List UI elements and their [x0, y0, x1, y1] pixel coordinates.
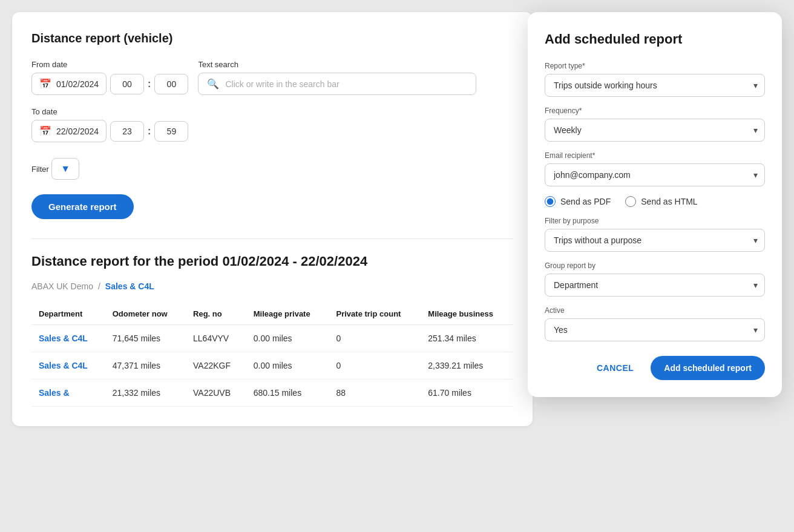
- table-header-row: Department Odometer now Reg. no Mileage …: [31, 303, 513, 325]
- to-date-label: To date: [31, 107, 188, 116]
- to-minute-input[interactable]: 59: [154, 121, 188, 142]
- table-row: Sales & C4L 71,645 miles LL64VYV 0.00 mi…: [31, 325, 513, 352]
- filter-purpose-label: Filter by purpose: [545, 217, 765, 225]
- email-select-wrap: john@company.com ▾: [545, 163, 765, 186]
- cell-mileage-private-1: 0.00 miles: [246, 352, 329, 379]
- add-scheduled-report-button[interactable]: Add scheduled report: [651, 356, 765, 380]
- group-by-label: Group report by: [545, 261, 765, 270]
- active-select[interactable]: Yes No: [545, 318, 765, 341]
- cell-reg-2: VA22UVB: [186, 379, 246, 407]
- cell-mileage-private-0: 0.00 miles: [246, 325, 329, 352]
- search-placeholder-text: Click or write in the search bar: [225, 79, 339, 89]
- modal-title: Add scheduled report: [545, 31, 765, 47]
- frequency-select-wrap: Daily Weekly Monthly ▾: [545, 119, 765, 142]
- page-title: Distance report (vehicle): [31, 31, 513, 45]
- calendar-icon: 📅: [39, 78, 51, 90]
- filter-label: Filter: [31, 165, 49, 174]
- frequency-select[interactable]: Daily Weekly Monthly: [545, 119, 765, 142]
- report-type-select-wrap: Trips outside working hours Distance rep…: [545, 74, 765, 97]
- filter-purpose-field: Filter by purpose Trips without a purpos…: [545, 217, 765, 252]
- cancel-button[interactable]: CANCEL: [587, 356, 643, 380]
- send-html-label[interactable]: Send as HTML: [625, 196, 697, 207]
- modal-footer: CANCEL Add scheduled report: [545, 356, 765, 380]
- col-reg: Reg. no: [186, 303, 246, 325]
- filter-icon: ▼: [61, 163, 70, 174]
- cell-department-2[interactable]: Sales &: [31, 379, 105, 407]
- col-mileage-private: Mileage private: [246, 303, 329, 325]
- cell-mileage-business-1: 2,339.21 miles: [421, 352, 513, 379]
- group-by-field: Group report by Department Driver Vehicl…: [545, 261, 765, 297]
- frequency-field: Frequency* Daily Weekly Monthly ▾: [545, 107, 765, 142]
- frequency-label: Frequency*: [545, 107, 765, 115]
- from-date-group: From date 📅 01/02/2024 00 : 00: [31, 60, 188, 95]
- cell-odometer-2: 21,332 miles: [105, 379, 186, 407]
- cell-odometer-1: 47,371 miles: [105, 352, 186, 379]
- cell-trip-count-2: 88: [329, 379, 421, 407]
- breadcrumb-link[interactable]: Sales & C4L: [105, 281, 154, 291]
- email-label: Email recipient*: [545, 151, 765, 160]
- calendar-icon-to: 📅: [39, 125, 51, 137]
- cell-reg-1: VA22KGF: [186, 352, 246, 379]
- send-html-text: Send as HTML: [641, 197, 697, 206]
- report-type-label: Report type*: [545, 62, 765, 70]
- to-date-value: 22/02/2024: [56, 126, 99, 136]
- generate-report-button[interactable]: Generate report: [31, 194, 134, 219]
- table-row: Sales & C4L 47,371 miles VA22KGF 0.00 mi…: [31, 352, 513, 379]
- report-type-field: Report type* Trips outside working hours…: [545, 62, 765, 97]
- cell-reg-0: LL64VYV: [186, 325, 246, 352]
- report-period-title: Distance report for the period 01/02/202…: [31, 254, 513, 269]
- section-divider: [31, 238, 513, 239]
- to-hour-input[interactable]: 23: [110, 121, 144, 142]
- report-table: Department Odometer now Reg. no Mileage …: [31, 303, 513, 407]
- from-minute-input[interactable]: 00: [154, 74, 188, 94]
- filter-button[interactable]: ▼: [51, 158, 79, 180]
- col-odometer: Odometer now: [105, 303, 186, 325]
- send-pdf-radio[interactable]: [545, 196, 556, 207]
- col-trip-count: Private trip count: [329, 303, 421, 325]
- from-date-value: 01/02/2024: [56, 79, 99, 89]
- from-date-label: From date: [31, 60, 188, 69]
- text-search-label: Text search: [198, 60, 513, 69]
- to-date-group: To date 📅 22/02/2024 23 : 59: [31, 107, 188, 142]
- search-icon: 🔍: [207, 78, 219, 90]
- filter-purpose-select-wrap: Trips without a purpose All trips Busine…: [545, 229, 765, 252]
- cell-department-0[interactable]: Sales & C4L: [31, 325, 105, 352]
- format-radio-group: Send as PDF Send as HTML: [545, 196, 765, 207]
- text-search-group: Text search 🔍 Click or write in the sear…: [198, 60, 513, 95]
- search-input-wrap[interactable]: 🔍 Click or write in the search bar: [198, 73, 476, 95]
- add-scheduled-report-modal: Add scheduled report Report type* Trips …: [528, 12, 782, 397]
- send-html-radio[interactable]: [625, 196, 636, 207]
- active-select-wrap: Yes No ▾: [545, 318, 765, 341]
- cell-odometer-0: 71,645 miles: [105, 325, 186, 352]
- col-mileage-business: Mileage business: [421, 303, 513, 325]
- col-department: Department: [31, 303, 105, 325]
- report-card: Distance report (vehicle) From date 📅 01…: [12, 12, 533, 426]
- active-field: Active Yes No ▾: [545, 306, 765, 341]
- cell-trip-count-0: 0: [329, 325, 421, 352]
- cell-mileage-business-0: 251.34 miles: [421, 325, 513, 352]
- group-by-select-wrap: Department Driver Vehicle ▾: [545, 274, 765, 297]
- cell-trip-count-1: 0: [329, 352, 421, 379]
- email-field-group: Email recipient* john@company.com ▾: [545, 151, 765, 186]
- send-pdf-text: Send as PDF: [560, 197, 611, 206]
- breadcrumb-root: ABAX UK Demo: [31, 281, 93, 291]
- cell-mileage-private-2: 680.15 miles: [246, 379, 329, 407]
- time-separator-to: :: [148, 126, 151, 137]
- send-pdf-label[interactable]: Send as PDF: [545, 196, 611, 207]
- breadcrumb-separator: /: [98, 281, 100, 291]
- breadcrumb: ABAX UK Demo / Sales & C4L: [31, 281, 513, 291]
- time-separator: :: [148, 79, 151, 90]
- email-select[interactable]: john@company.com: [545, 163, 765, 186]
- cell-mileage-business-2: 61.70 miles: [421, 379, 513, 407]
- group-by-select[interactable]: Department Driver Vehicle: [545, 274, 765, 297]
- from-hour-input[interactable]: 00: [110, 74, 144, 94]
- filter-purpose-select[interactable]: Trips without a purpose All trips Busine…: [545, 229, 765, 252]
- report-type-select[interactable]: Trips outside working hours Distance rep…: [545, 74, 765, 97]
- to-date-field[interactable]: 📅 22/02/2024: [31, 120, 107, 142]
- cell-department-1[interactable]: Sales & C4L: [31, 352, 105, 379]
- table-row: Sales & 21,332 miles VA22UVB 680.15 mile…: [31, 379, 513, 407]
- from-date-field[interactable]: 📅 01/02/2024: [31, 73, 107, 95]
- filter-section: Filter ▼: [31, 154, 513, 180]
- active-label: Active: [545, 306, 765, 315]
